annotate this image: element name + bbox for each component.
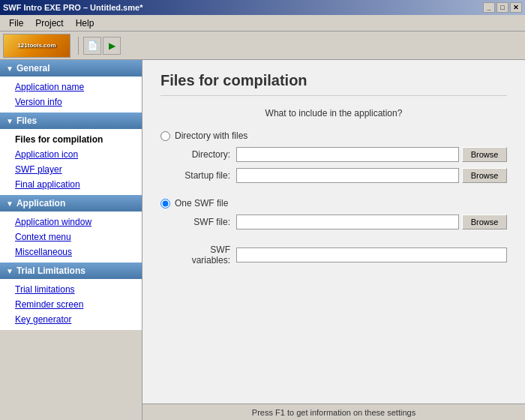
section-application-label: Application [16,198,65,208]
title-bar: SWF Intro EXE PRO – Untitled.sme* _ □ ✕ [0,0,525,15]
sidebar-item-key-generator[interactable]: Key generator [0,312,142,327]
close-button[interactable]: ✕ [510,2,522,13]
sidebar-item-application-window[interactable]: Application window [0,214,142,230]
sidebar-item-application-icon[interactable]: Application icon [0,147,142,162]
section-general-label: General [16,63,50,74]
trial-arrow-icon: ▼ [6,267,14,275]
application-arrow-icon: ▼ [6,200,14,208]
radio-directory[interactable] [160,131,170,141]
startup-file-browse-button[interactable]: Browse [462,168,507,183]
sidebar-item-miscellaneous[interactable]: Miscellaneous [0,244,142,260]
directory-label: Directory: [172,149,236,160]
directory-browse-button[interactable]: Browse [462,147,507,162]
startup-file-input[interactable] [236,168,459,183]
sidebar-item-version-info[interactable]: Version info [0,94,142,110]
menu-help[interactable]: Help [70,16,100,30]
section-files-label: Files [16,116,37,126]
sidebar-item-swf-player[interactable]: SWF player [0,162,142,177]
toolbar-separator [78,37,79,55]
general-arrow-icon: ▼ [6,64,14,73]
directory-row: Directory: Browse [160,147,507,162]
toolbar-run-button[interactable]: ▶ [103,37,121,55]
status-bar: Press F1 to get information on these set… [142,404,525,420]
menu-project[interactable]: Project [29,16,69,30]
radio-swf-row: One SWF file [160,198,507,208]
window-title: SWF Intro EXE PRO – Untitled.sme* [3,3,142,12]
question-text: What to include in the application? [160,108,507,118]
radio-directory-label[interactable]: Directory with files [175,130,248,141]
files-arrow-icon: ▼ [6,117,14,125]
content-area: Files for compilation What to include in… [142,60,525,404]
form-section: Directory with files Directory: Browse S… [160,130,507,392]
maximize-button[interactable]: □ [496,2,508,13]
title-bar-buttons: _ □ ✕ [483,2,522,13]
toolbar-new-button[interactable]: 📄 [83,37,101,55]
sidebar-item-trial-limitations[interactable]: Trial limitations [0,282,142,297]
swf-file-browse-button[interactable]: Browse [462,214,507,230]
section-application-items: Application window Context menu Miscella… [0,212,142,262]
swf-variables-row: SWF variables: [160,244,507,266]
swf-variables-label: SWF variables: [172,244,236,266]
swf-file-row: SWF file: Browse [160,214,507,230]
sidebar-item-context-menu[interactable]: Context menu [0,230,142,244]
section-trial-label: Trial Limitations [16,266,86,276]
section-files-items: Files for compilation Application icon S… [0,129,142,195]
minimize-button[interactable]: _ [483,2,495,13]
section-trial-header[interactable]: ▼ Trial Limitations [0,262,142,279]
sidebar-item-application-name[interactable]: Application name [0,80,142,94]
section-trial-items: Trial limitations Reminder screen Key ge… [0,279,142,330]
sidebar-item-files-compilation[interactable]: Files for compilation [0,132,142,147]
startup-file-label: Startup file: [172,170,236,181]
toolbar: 121tools.com 📄 ▶ [0,32,525,60]
radio-swf[interactable] [160,199,170,208]
section-files-header[interactable]: ▼ Files [0,112,142,129]
sidebar: ▼ General Application name Version info … [0,60,142,420]
app-logo: 121tools.com [3,34,70,58]
radio-swf-label[interactable]: One SWF file [175,198,228,208]
swf-variables-input[interactable] [236,248,507,262]
page-title: Files for compilation [160,72,507,96]
menu-bar: File Project Help [0,15,525,32]
section-general-items: Application name Version info [0,76,142,112]
sidebar-item-final-application[interactable]: Final application [0,177,142,192]
startup-file-row: Startup file: Browse [160,168,507,183]
section-application-header[interactable]: ▼ Application [0,195,142,212]
sidebar-item-reminder-screen[interactable]: Reminder screen [0,297,142,312]
section-general-header[interactable]: ▼ General [0,60,142,76]
main-container: ▼ General Application name Version info … [0,60,525,420]
status-text: Press F1 to get information on these set… [252,408,416,417]
swf-file-input[interactable] [236,214,459,230]
swf-file-label: SWF file: [172,217,236,227]
menu-file[interactable]: File [3,16,29,30]
radio-directory-row: Directory with files [160,130,507,141]
directory-input[interactable] [236,147,459,162]
